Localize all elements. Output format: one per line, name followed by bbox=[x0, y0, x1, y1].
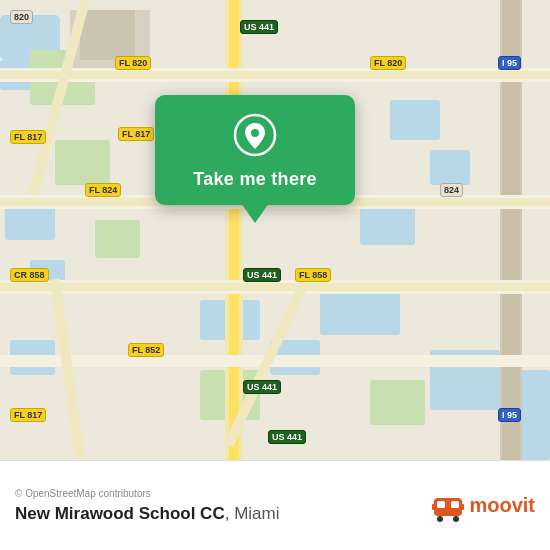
attribution-text: © OpenStreetMap contributors bbox=[15, 488, 432, 499]
label-us441-low: US 441 bbox=[243, 268, 281, 282]
label-i95-top: I 95 bbox=[498, 56, 521, 70]
label-fl852: FL 852 bbox=[128, 343, 164, 357]
label-fl817-left2: FL 817 bbox=[118, 127, 154, 141]
popup-card: Take me there bbox=[155, 95, 355, 205]
label-fl858-mid: FL 858 bbox=[295, 268, 331, 282]
label-us441-top: US 441 bbox=[240, 20, 278, 34]
moovit-label: moovit bbox=[469, 494, 535, 517]
place-name-row: New Mirawood School CC, Miami bbox=[15, 504, 432, 524]
moovit-bus-icon bbox=[432, 490, 464, 522]
svg-point-6 bbox=[453, 516, 459, 522]
label-fl817-bot: FL 817 bbox=[10, 408, 46, 422]
urban-block bbox=[80, 10, 135, 60]
label-us441-bot: US 441 bbox=[243, 380, 281, 394]
take-me-there-button[interactable]: Take me there bbox=[193, 169, 317, 190]
park-area bbox=[370, 380, 425, 425]
svg-rect-4 bbox=[451, 501, 459, 508]
svg-point-1 bbox=[251, 129, 259, 137]
place-name: New Mirawood School CC bbox=[15, 504, 225, 523]
svg-point-5 bbox=[437, 516, 443, 522]
svg-rect-7 bbox=[432, 504, 435, 510]
svg-rect-3 bbox=[437, 501, 445, 508]
label-fl820-left: FL 820 bbox=[115, 56, 151, 70]
park-area bbox=[55, 140, 110, 185]
place-city: , Miami bbox=[225, 504, 280, 523]
svg-rect-8 bbox=[461, 504, 464, 510]
location-pin-icon bbox=[233, 113, 277, 157]
water-area bbox=[390, 100, 440, 140]
bottom-info: © OpenStreetMap contributors New Mirawoo… bbox=[15, 488, 432, 524]
water-area bbox=[430, 150, 470, 185]
moovit-logo: moovit bbox=[432, 490, 535, 522]
label-fl824-left: FL 824 bbox=[85, 183, 121, 197]
label-fl817-left: FL 817 bbox=[10, 130, 46, 144]
road-fl858-inner bbox=[0, 283, 550, 291]
label-us441-vbot: US 441 bbox=[268, 430, 306, 444]
bottom-bar: © OpenStreetMap contributors New Mirawoo… bbox=[0, 460, 550, 550]
park-area bbox=[95, 220, 140, 258]
label-824: 824 bbox=[440, 183, 463, 197]
label-cr858: CR 858 bbox=[10, 268, 49, 282]
label-fl820-right: FL 820 bbox=[370, 56, 406, 70]
map-container: US 441 FL 820 FL 820 I 95 FL 817 FL 817 … bbox=[0, 0, 550, 460]
label-820-corner: 820 bbox=[10, 10, 33, 24]
road-fl820-inner bbox=[0, 71, 550, 79]
label-i95-bot: I 95 bbox=[498, 408, 521, 422]
